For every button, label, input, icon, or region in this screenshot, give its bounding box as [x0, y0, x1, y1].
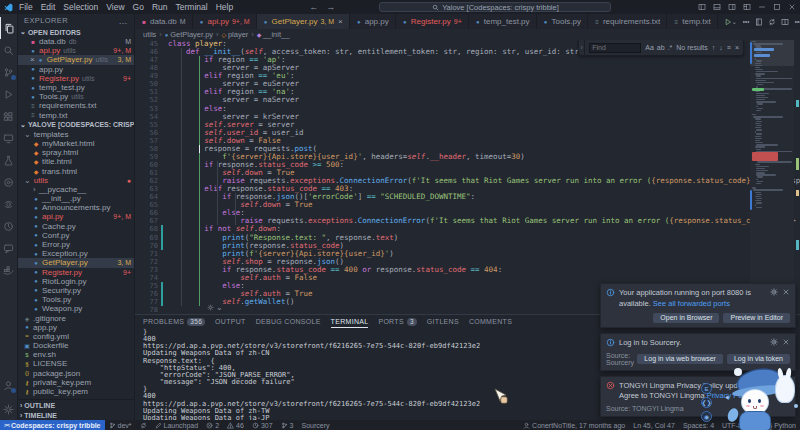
debug-menu-icon[interactable]: [742, 18, 750, 26]
notification-link[interactable]: Privacy Policy: [707, 391, 754, 400]
toggle-sidebar-icon[interactable]: [698, 3, 706, 11]
status-307[interactable]: 307: [248, 420, 277, 430]
status-lf[interactable]: LF: [746, 422, 762, 429]
open-editors-header[interactable]: ⌄OPEN EDITORS: [18, 27, 134, 37]
tab-GetPlayer.py[interactable]: ●GetPlayer.py3, M×: [257, 14, 350, 29]
overview-ruler[interactable]: [794, 40, 800, 314]
split-editor-icon[interactable]: [781, 18, 789, 26]
editor-more-actions-icon[interactable]: [794, 18, 800, 26]
toggle-secondary-sidebar-icon[interactable]: [728, 3, 736, 11]
tree-file-Announcements.py[interactable]: ●Announcements.py: [18, 203, 134, 212]
activity-extensions-icon[interactable]: [0, 105, 18, 127]
tree-file-Error.py[interactable]: ●Error.py: [18, 240, 134, 249]
status-dev-[interactable]: dev*: [105, 420, 136, 430]
status-sourcery[interactable]: Sourcery: [297, 420, 333, 430]
status-2[interactable]: 2: [202, 420, 223, 430]
activity-search-icon[interactable]: [0, 39, 18, 61]
inline-settings-gear[interactable]: ⌄: [207, 303, 223, 312]
activity-timeline-icon[interactable]: [0, 215, 18, 237]
tab-Register.py[interactable]: ●Register.py9+: [396, 14, 469, 29]
tree-file-trans.html[interactable]: ◆trans.html: [18, 166, 134, 175]
tree-folder-__pycache__[interactable]: ›__pycache__: [18, 185, 134, 194]
breadcrumb-item-utils[interactable]: utils: [143, 30, 156, 39]
minimize-icon[interactable]: [758, 3, 766, 11]
tree-file-myMarket.html[interactable]: ◆myMarket.html: [18, 139, 134, 148]
tab-requirements.txt[interactable]: ≡requirements.txt: [588, 14, 667, 29]
assistant-button-1[interactable]: E: [701, 383, 712, 394]
assistant-button-2[interactable]: ❮❯: [701, 397, 712, 408]
menu-terminal[interactable]: Terminal: [172, 2, 212, 12]
tree-folder-utils[interactable]: ⌄utils●: [18, 176, 134, 185]
notification-close-icon[interactable]: [782, 381, 790, 401]
activity-remote-explorer-icon[interactable]: [0, 127, 18, 149]
panel-tab-comments[interactable]: COMMENTS: [469, 315, 512, 328]
status-46[interactable]: 46: [223, 420, 248, 430]
button-open-in-browser[interactable]: Open in Browser: [653, 313, 719, 323]
activity-run-debug-icon[interactable]: [0, 83, 18, 105]
find-in-selection-icon[interactable]: ≡: [727, 44, 731, 51]
activity-jupyter-icon[interactable]: [0, 193, 18, 215]
open-editor-item[interactable]: ≡temp.txt: [18, 111, 134, 120]
tab-temp.txt[interactable]: ≡temp.txt: [667, 14, 717, 29]
status-utf-8[interactable]: UTF-8: [718, 422, 746, 429]
panel-tab-debug-console[interactable]: DEBUG CONSOLE: [256, 315, 321, 328]
tree-file-Dockerfile[interactable]: ▣Dockerfile: [18, 341, 134, 350]
tree-file-.gitignore[interactable]: ◈.gitignore: [18, 313, 134, 322]
toggle-panel-icon[interactable]: [713, 3, 721, 11]
tree-file-api.py[interactable]: ●api.py9+, M: [18, 212, 134, 221]
tab-Tools.py[interactable]: ●Tools.py: [537, 14, 588, 29]
layout-icon[interactable]: [743, 3, 751, 11]
section-outline[interactable]: ›OUTLINE: [18, 400, 134, 410]
command-center-search[interactable]: Yalove [Codespaces: crispy tribble]: [379, 2, 611, 12]
tree-file-config.yml[interactable]: ≈config.yml: [18, 332, 134, 341]
open-changes-icon[interactable]: [755, 18, 763, 26]
breadcrumb-item-__init__[interactable]: ◆ __init__: [257, 30, 290, 39]
panel-tab-ports[interactable]: PORTS3: [378, 315, 416, 328]
run-button[interactable]: ⌄: [724, 18, 737, 26]
open-editor-item[interactable]: ●temp_test.py: [18, 83, 134, 92]
tab-app.py[interactable]: ●app.py: [350, 14, 396, 29]
activity-gitlens-icon[interactable]: [0, 171, 18, 193]
open-editor-item[interactable]: ●Tools.pyutils: [18, 92, 134, 101]
activity-chat-icon[interactable]: [0, 237, 18, 259]
tree-file-LICENSE[interactable]: §LICENSE: [18, 359, 134, 368]
tree-file-Exception.py[interactable]: ●Exception.py: [18, 249, 134, 258]
open-editor-item[interactable]: ●app.py: [18, 65, 134, 74]
tab-temp_test.py[interactable]: ●temp_test.py: [469, 14, 537, 29]
open-editor-item[interactable]: ■data.dbdbM: [18, 37, 134, 46]
status-3[interactable]: 3: [277, 420, 298, 430]
activity-docker-icon[interactable]: [0, 259, 18, 281]
activity-explorer-icon[interactable]: [0, 17, 18, 39]
open-editor-item[interactable]: ●api.pyutils9+, M: [18, 46, 134, 55]
menu-run[interactable]: Run: [148, 2, 172, 12]
sidebar-more-icon[interactable]: …: [119, 16, 128, 26]
sync-icon[interactable]: [768, 18, 776, 26]
open-editor-item[interactable]: ●Register.pyutils9+: [18, 74, 134, 83]
status-spaces-4[interactable]: Spaces: 4: [679, 422, 718, 429]
tab-api.py[interactable]: ●api.py9+, M: [193, 14, 257, 29]
tree-file-Cache.py[interactable]: ●Cache.py: [18, 222, 134, 231]
status-python[interactable]: { }Python: [762, 422, 800, 429]
notification-close-icon[interactable]: [782, 338, 790, 348]
notification-gear-icon[interactable]: [770, 381, 778, 401]
breadcrumb[interactable]: utils›● GetPlayer.py›◇ player›◆ __init__: [135, 29, 800, 40]
panel-tab-problems[interactable]: PROBLEMS356: [143, 315, 205, 328]
minimap[interactable]: [750, 40, 794, 314]
find-toggle-ab[interactable]: ab: [657, 44, 665, 51]
tree-file-GetPlayer.py[interactable]: ●GetPlayer.py3, M: [18, 258, 134, 267]
activity-source-control-icon[interactable]: [0, 61, 18, 83]
panel-tab-gitlens[interactable]: GITLENS: [427, 315, 459, 328]
tree-file-public_key.pem[interactable]: ⚷public_key.pem: [18, 387, 134, 396]
maximize-icon[interactable]: [773, 3, 781, 11]
button-log-in-via-web-browser[interactable]: Log in via web browser: [637, 354, 723, 364]
menu-help[interactable]: Help: [212, 2, 237, 12]
tree-file-app.py[interactable]: ●app.py: [18, 323, 134, 332]
code-editor[interactable]: 4546474849505152535455565758596061626364…: [135, 40, 800, 314]
close-window-icon[interactable]: [788, 3, 796, 11]
notification-gear-icon[interactable]: [770, 288, 778, 308]
find-close-icon[interactable]: ×: [735, 44, 739, 51]
tree-file-Register.py[interactable]: ●Register.py9+: [18, 268, 134, 277]
code-content[interactable]: class player: def __init__(self, access_…: [163, 40, 800, 314]
find-prev-icon[interactable]: ↑: [712, 44, 716, 51]
tab-data.db[interactable]: ■data.dbM: [135, 14, 193, 29]
